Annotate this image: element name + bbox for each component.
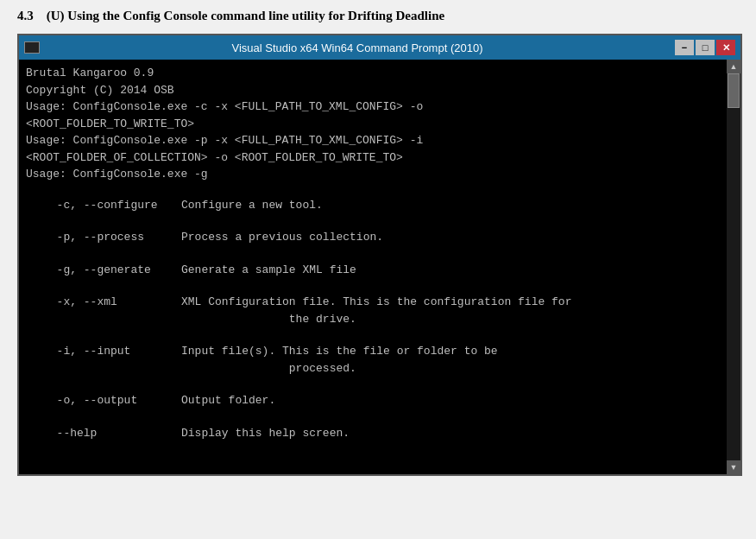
- term-line-5: <ROOT_FOLDER_OF_COLLECTION> -o <ROOT_FOL…: [26, 149, 720, 167]
- option-process-desc: Process a previous collection.: [181, 229, 720, 246]
- option-generate: -g, --generate Generate a sample XML fil…: [26, 262, 720, 279]
- term-line-4: Usage: ConfigConsole.exe -p -x <FULL_PAT…: [26, 132, 720, 149]
- section-number: 4.3: [17, 9, 34, 22]
- section-title: (U) Using the Config Console command lin…: [47, 9, 444, 22]
- option-process-flag: -p, --process: [26, 229, 181, 246]
- option-configure-desc: Configure a new tool.: [181, 197, 720, 214]
- title-bar-buttons: − □ ✕: [675, 40, 735, 55]
- window-title: Visual Studio x64 Win64 Command Prompt (…: [40, 41, 675, 54]
- option-xml-desc: XML Configuration file. This is the conf…: [181, 294, 720, 327]
- option-generate-desc: Generate a sample XML file: [181, 262, 720, 279]
- option-output-flag: -o, --output: [26, 392, 181, 409]
- scroll-thumb[interactable]: [728, 73, 740, 108]
- option-xml: -x, --xml XML Configuration file. This i…: [26, 294, 720, 327]
- minimize-button[interactable]: −: [675, 40, 694, 55]
- term-line-0: Brutal Kangaroo 0.9: [26, 65, 720, 82]
- scroll-track[interactable]: [727, 73, 740, 460]
- option-output: -o, --output Output folder.: [26, 392, 720, 409]
- terminal-content: Brutal Kangaroo 0.9 Copyright (C) 2014 O…: [19, 60, 727, 474]
- terminal-wrapper: Brutal Kangaroo 0.9 Copyright (C) 2014 O…: [19, 60, 740, 474]
- close-button[interactable]: ✕: [716, 40, 735, 55]
- scroll-arrow-up[interactable]: ▲: [727, 60, 740, 73]
- term-line-1: Copyright (C) 2014 OSB: [26, 82, 720, 99]
- option-help-flag: --help: [26, 425, 181, 442]
- option-input: -i, --input Input file(s). This is the f…: [26, 343, 720, 377]
- term-line-6: Usage: ConfigConsole.exe -g: [26, 166, 720, 183]
- option-output-desc: Output folder.: [181, 392, 720, 409]
- option-input-desc: Input file(s). This is the file or folde…: [181, 343, 720, 377]
- option-xml-flag: -x, --xml: [26, 294, 181, 327]
- option-input-flag: -i, --input: [26, 343, 181, 377]
- option-configure-flag: -c, --configure: [26, 197, 181, 214]
- option-help-desc: Display this help screen.: [181, 425, 720, 442]
- scroll-arrow-down[interactable]: ▼: [727, 460, 740, 474]
- scrollbar[interactable]: ▲ ▼: [727, 60, 740, 474]
- cmd-window: Visual Studio x64 Win64 Command Prompt (…: [17, 34, 742, 476]
- section-heading: 4.3 (U) Using the Config Console command…: [17, 9, 739, 23]
- option-help: --help Display this help screen.: [26, 425, 720, 442]
- option-generate-flag: -g, --generate: [26, 262, 181, 279]
- option-configure: -c, --configure Configure a new tool.: [26, 197, 720, 214]
- title-bar: Visual Studio x64 Win64 Command Prompt (…: [19, 35, 740, 60]
- window-icon: [24, 41, 40, 54]
- maximize-button[interactable]: □: [696, 40, 715, 55]
- option-process: -p, --process Process a previous collect…: [26, 229, 720, 246]
- term-line-3: <ROOT_FOLDER_TO_WRITE_TO>: [26, 116, 720, 133]
- term-line-2: Usage: ConfigConsole.exe -c -x <FULL_PAT…: [26, 98, 720, 116]
